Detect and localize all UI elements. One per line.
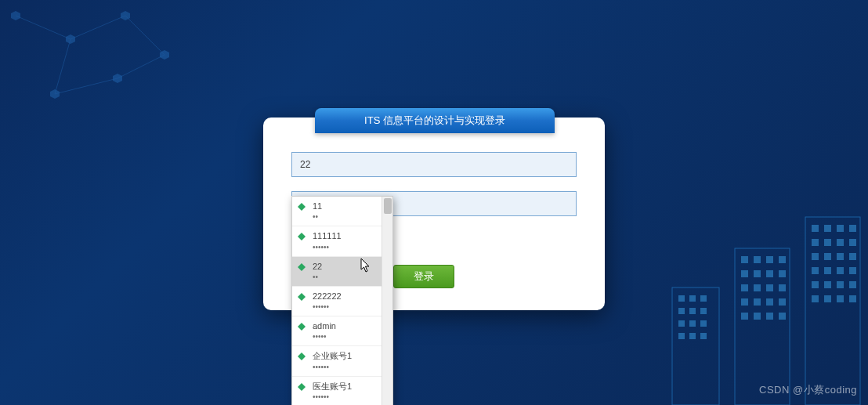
autofill-username: 企业账号1: [313, 351, 352, 360]
autofill-username: 11: [313, 201, 322, 211]
svg-marker-10: [113, 74, 122, 83]
svg-rect-35: [741, 284, 748, 291]
key-icon: [297, 262, 306, 272]
svg-rect-70: [849, 295, 856, 302]
background-network-decoration: [0, 0, 235, 157]
svg-marker-9: [50, 89, 60, 99]
svg-rect-47: [812, 225, 819, 232]
svg-rect-15: [678, 295, 685, 302]
svg-marker-7: [66, 34, 75, 44]
autofill-item[interactable]: 企业账号1••••••: [292, 346, 392, 376]
svg-rect-63: [812, 281, 819, 288]
svg-line-1: [71, 16, 125, 39]
autofill-item[interactable]: 111111••••••: [292, 226, 392, 256]
autofill-username: 22: [313, 262, 322, 271]
autofill-password-mask: ••••••: [313, 392, 386, 402]
autofill-username: 222222: [313, 291, 342, 301]
svg-rect-61: [837, 267, 844, 274]
autofill-dropdown: 11••111111••••••22••222222••••••admin•••…: [291, 196, 393, 405]
svg-rect-19: [689, 308, 696, 314]
svg-rect-46: [779, 313, 786, 320]
svg-rect-48: [824, 225, 831, 232]
svg-rect-27: [741, 256, 748, 263]
key-icon: [297, 322, 306, 331]
autofill-username: 医生账号1: [313, 381, 352, 391]
svg-rect-50: [849, 225, 856, 232]
svg-rect-23: [700, 320, 707, 327]
scrollbar-thumb[interactable]: [384, 198, 392, 214]
autofill-username: admin: [313, 321, 336, 331]
login-title-bar: ITS 信息平台的设计与实现登录: [315, 108, 555, 133]
key-icon: [297, 292, 306, 302]
svg-line-5: [118, 55, 165, 78]
autofill-item[interactable]: 医生账号1••••••: [292, 377, 392, 405]
svg-rect-53: [837, 239, 844, 246]
username-input[interactable]: [291, 152, 577, 177]
key-icon: [297, 382, 306, 392]
svg-rect-31: [741, 270, 748, 277]
autofill-password-mask: •••••: [313, 331, 386, 342]
svg-rect-66: [849, 281, 856, 288]
svg-rect-26: [700, 333, 707, 339]
svg-rect-36: [754, 284, 761, 291]
autofill-item[interactable]: 11••: [292, 197, 392, 226]
svg-rect-39: [741, 298, 748, 306]
svg-rect-55: [812, 253, 819, 260]
svg-marker-6: [11, 11, 20, 20]
autofill-password-mask: ••••••: [313, 362, 386, 372]
svg-rect-60: [824, 267, 831, 274]
login-button[interactable]: 登录: [393, 265, 454, 288]
svg-rect-42: [779, 298, 786, 306]
svg-line-2: [55, 39, 71, 94]
svg-rect-67: [812, 295, 819, 302]
svg-rect-65: [837, 281, 844, 288]
svg-rect-40: [754, 298, 761, 306]
svg-rect-28: [754, 256, 761, 263]
svg-rect-64: [824, 281, 831, 288]
svg-rect-56: [824, 253, 831, 260]
autofill-item[interactable]: 22••: [292, 257, 392, 287]
svg-rect-12: [672, 287, 719, 405]
svg-rect-62: [849, 267, 856, 274]
svg-rect-24: [678, 333, 685, 339]
background-buildings-decoration: [649, 201, 868, 405]
svg-rect-18: [678, 308, 685, 314]
svg-rect-57: [837, 253, 844, 260]
svg-line-3: [55, 78, 118, 94]
dropdown-scrollbar[interactable]: [382, 197, 392, 405]
svg-rect-69: [837, 295, 844, 302]
svg-rect-44: [754, 313, 761, 320]
autofill-password-mask: ••: [313, 212, 386, 222]
svg-rect-45: [766, 313, 773, 320]
svg-rect-49: [837, 225, 844, 232]
autofill-password-mask: ••••••: [313, 302, 386, 312]
svg-rect-68: [824, 295, 831, 302]
svg-rect-33: [766, 270, 773, 277]
autofill-password-mask: ••••••: [313, 242, 386, 252]
autofill-item[interactable]: admin•••••: [292, 316, 392, 346]
svg-rect-29: [766, 256, 773, 263]
svg-line-0: [16, 16, 71, 39]
autofill-username: 111111: [313, 231, 342, 240]
svg-rect-59: [812, 267, 819, 274]
svg-rect-38: [779, 284, 786, 291]
svg-rect-20: [700, 308, 707, 314]
key-icon: [297, 202, 306, 212]
svg-rect-22: [689, 320, 696, 327]
svg-rect-51: [812, 239, 819, 246]
watermark-text: CSDN @小蔡coding: [759, 383, 857, 397]
key-icon: [297, 232, 306, 241]
svg-line-4: [125, 16, 165, 55]
svg-rect-30: [779, 256, 786, 263]
svg-rect-25: [689, 333, 696, 339]
svg-rect-54: [849, 239, 856, 246]
autofill-item[interactable]: 222222••••••: [292, 287, 392, 316]
svg-rect-52: [824, 239, 831, 246]
key-icon: [297, 352, 306, 361]
svg-rect-16: [689, 295, 696, 302]
svg-rect-17: [700, 295, 707, 302]
svg-rect-43: [741, 313, 748, 320]
svg-rect-37: [766, 284, 773, 291]
svg-rect-41: [766, 298, 773, 306]
svg-rect-58: [849, 253, 856, 260]
